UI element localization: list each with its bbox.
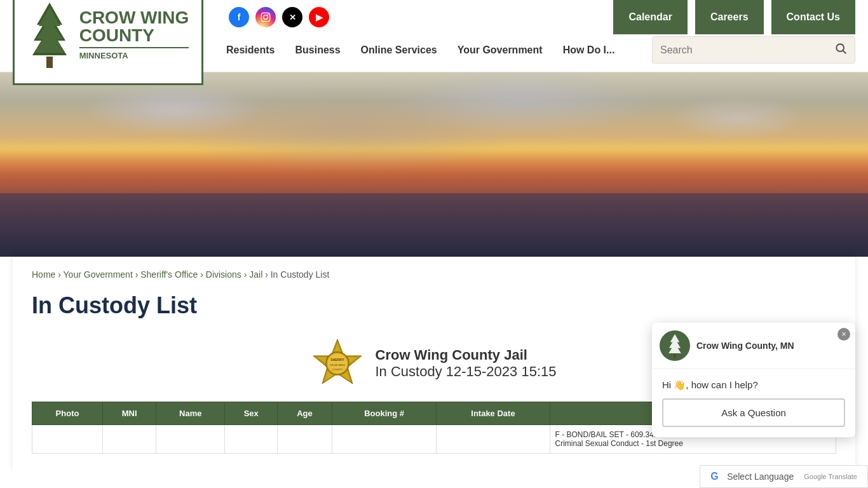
svg-text:CROW WING: CROW WING (329, 363, 345, 367)
facebook-icon[interactable]: f (229, 7, 249, 27)
cell-name (156, 425, 225, 454)
logo-line1: CROW WING (79, 9, 189, 27)
svg-text:SHERIFF: SHERIFF (330, 358, 344, 362)
youtube-icon[interactable]: ▶ (309, 7, 329, 27)
cell-mni (103, 425, 156, 454)
search-bar (652, 36, 855, 64)
svg-rect-3 (46, 57, 53, 68)
breadcrumb-home[interactable]: Home (32, 269, 55, 280)
chatbot-widget: Crow Wing County, MN × Hi 👋, how can I h… (652, 323, 855, 437)
nav-residents[interactable]: Residents (216, 39, 285, 61)
translate-label[interactable]: Select Language (727, 471, 794, 473)
jail-text: Crow Wing County Jail In Custody 12-15-2… (376, 347, 557, 380)
twitter-icon[interactable]: ✕ (282, 7, 302, 27)
nav-business[interactable]: Business (285, 39, 350, 61)
logo-tree-icon (27, 0, 72, 69)
hero-banner (0, 72, 868, 257)
cell-intake (437, 425, 550, 454)
charge-line-2: Criminal Sexual Conduct - 1st Degree (555, 439, 831, 448)
breadcrumb-jail[interactable]: Jail (249, 269, 262, 280)
ask-question-button[interactable]: Ask a Question (662, 398, 845, 427)
careers-button[interactable]: Careers (695, 0, 764, 34)
cell-age (278, 425, 332, 454)
svg-text:COUNTY: COUNTY (332, 368, 342, 371)
page-title: In Custody List (32, 292, 836, 319)
cell-photo (32, 425, 103, 454)
breadcrumb-divisions[interactable]: Divisions (206, 269, 241, 280)
svg-marker-16 (668, 334, 681, 353)
nav-your-government[interactable]: Your Government (447, 39, 553, 61)
google-icon: G (710, 471, 722, 473)
svg-rect-0 (261, 13, 269, 21)
svg-point-1 (264, 15, 268, 20)
search-input[interactable] (660, 44, 834, 56)
logo-line3: MINNESOTA (79, 47, 189, 60)
svg-point-2 (268, 14, 269, 15)
contact-button[interactable]: Contact Us (771, 0, 855, 34)
col-mni: MNI (103, 402, 156, 425)
svg-point-6 (836, 44, 844, 51)
col-intake: Intake Date (437, 402, 550, 425)
col-photo: Photo (32, 402, 103, 425)
translate-bar: G Select Language Google Translate (700, 465, 868, 473)
cell-booking (332, 425, 437, 454)
sheriff-badge-icon: SHERIFF CROW WING COUNTY (312, 338, 363, 389)
logo[interactable]: CROW WING COUNTY MINNESOTA (13, 0, 203, 85)
chatbot-avatar (660, 330, 690, 361)
header-wrapper: f ✕ ▶ Calendar Careers Contact Us (0, 0, 868, 72)
instagram-icon[interactable] (255, 7, 276, 27)
chatbot-name: Crow Wing County, MN (696, 341, 794, 351)
chatbot-body: Hi 👋, how can I help? Ask a Question (652, 369, 855, 437)
logo-line2: COUNTY (79, 27, 189, 44)
breadcrumb-current: In Custody List (271, 269, 330, 280)
search-button[interactable] (834, 42, 847, 58)
col-name: Name (156, 402, 225, 425)
nav-bar: CROW WING COUNTY MINNESOTA Residents Bus… (0, 34, 868, 72)
breadcrumb-sheriffs-office[interactable]: Sheriff's Office (140, 269, 198, 280)
nav-how-do-i[interactable]: How Do I... (553, 39, 625, 61)
svg-rect-15 (674, 354, 676, 358)
breadcrumb: Home › Your Government › Sheriff's Offic… (32, 269, 836, 280)
jail-date: In Custody 12-15-2023 15:15 (376, 363, 557, 380)
jail-name: Crow Wing County Jail (376, 347, 557, 363)
chatbot-header: Crow Wing County, MN × (652, 323, 855, 369)
chatbot-close-button[interactable]: × (837, 328, 850, 341)
nav-online-services[interactable]: Online Services (351, 39, 447, 61)
calendar-button[interactable]: Calendar (613, 0, 687, 34)
cell-sex (225, 425, 278, 454)
breadcrumb-your-government[interactable]: Your Government (64, 269, 133, 280)
col-sex: Sex (225, 402, 278, 425)
col-booking: Booking # (332, 402, 437, 425)
social-icons: f ✕ ▶ (229, 7, 329, 27)
svg-marker-5 (35, 7, 64, 53)
chatbot-greeting: Hi 👋, how can I help? (662, 379, 845, 391)
svg-line-7 (843, 51, 846, 54)
col-age: Age (278, 402, 332, 425)
